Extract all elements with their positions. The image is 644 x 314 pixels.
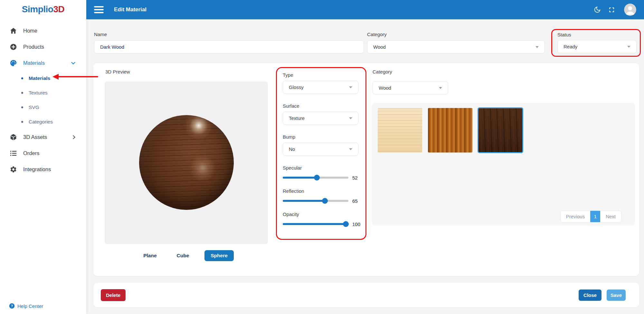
chevron-down-icon — [627, 46, 630, 48]
status-select[interactable]: Ready — [557, 40, 637, 53]
bullet-icon — [21, 92, 23, 94]
chevron-down-icon — [349, 86, 352, 88]
annotation-arrow-line — [58, 76, 98, 77]
pagination-previous-button[interactable]: Previous — [561, 211, 590, 222]
bullet-icon — [21, 121, 23, 123]
delete-button[interactable]: Delete — [101, 289, 126, 301]
action-bar: Delete Close Save — [93, 283, 639, 307]
chevron-down-icon — [71, 60, 75, 64]
opacity-slider: 100 — [283, 221, 363, 227]
type-select[interactable]: Glossy — [283, 81, 358, 94]
cube-icon — [10, 133, 17, 141]
sidebar-item-label: Home — [23, 28, 37, 34]
list-icon — [10, 150, 17, 157]
chevron-down-icon — [439, 87, 442, 89]
texture-swatch-light-wood[interactable] — [378, 108, 422, 152]
dark-mode-toggle[interactable] — [593, 5, 601, 14]
sidebar-item-label: 3D Assets — [23, 134, 47, 140]
save-button[interactable]: Save — [607, 289, 626, 301]
opacity-label: Opacity — [283, 211, 363, 217]
texture-category-value: Wood — [379, 85, 391, 91]
sidebar-nav: Home Products Materials Materials Textur… — [0, 19, 86, 177]
pagination-page-1-button[interactable]: 1 — [590, 211, 600, 222]
reflection-slider: 65 — [283, 198, 363, 204]
home-icon — [10, 27, 17, 34]
svg-text:?: ? — [11, 304, 13, 308]
bullet-icon — [21, 77, 23, 79]
user-avatar[interactable] — [624, 4, 636, 16]
sidebar-subitem-svg[interactable]: SVG — [0, 100, 86, 114]
slider-track[interactable] — [283, 200, 348, 202]
slider-track[interactable] — [283, 223, 348, 225]
texture-swatch-row — [378, 108, 523, 152]
main-content: Name Category Wood Status Ready 3D Previ… — [86, 19, 644, 314]
texture-swatch-honey-wood[interactable] — [428, 108, 472, 152]
shape-plane-button[interactable]: Plane — [139, 250, 161, 261]
fullscreen-icon — [609, 7, 615, 13]
slider-thumb[interactable] — [314, 175, 320, 181]
category-select[interactable]: Wood — [367, 40, 545, 54]
sidebar-subitem-label: SVG — [29, 104, 39, 110]
menu-toggle-button[interactable] — [94, 6, 104, 13]
slider-fill — [283, 200, 328, 202]
slider-thumb[interactable] — [343, 221, 349, 227]
bump-select-value: No — [289, 146, 295, 152]
slider-fill — [283, 223, 349, 225]
texture-pagination: Previous 1 Next — [560, 211, 621, 222]
bump-label: Bump — [283, 134, 363, 140]
sidebar-item-3d-assets[interactable]: 3D Assets — [0, 129, 86, 145]
sidebar-item-materials[interactable]: Materials — [0, 55, 86, 71]
moon-icon — [594, 6, 601, 13]
chevron-down-icon — [349, 148, 352, 150]
fullscreen-button[interactable] — [607, 5, 616, 14]
texture-gallery: Previous 1 Next — [372, 103, 635, 226]
sidebar-item-label: Products — [23, 44, 44, 50]
sidebar-subitem-textures[interactable]: Textures — [0, 85, 86, 100]
sidebar-item-label: Orders — [23, 150, 39, 156]
category-field-group: Category Wood — [367, 32, 545, 54]
sidebar-item-orders[interactable]: Orders — [0, 145, 86, 161]
bump-select[interactable]: No — [283, 142, 358, 156]
gear-icon — [10, 166, 17, 173]
opacity-value: 100 — [352, 221, 363, 227]
help-center-link[interactable]: ? Help Center — [9, 303, 43, 309]
type-select-value: Glossy — [289, 84, 304, 90]
texture-category-select[interactable]: Wood — [373, 81, 448, 94]
material-editor-card: 3D Preview Plane Cube Sphere Type Glossy… — [93, 63, 639, 276]
status-label: Status — [557, 32, 635, 37]
help-center-label: Help Center — [17, 303, 43, 309]
sidebar-item-integrations[interactable]: Integrations — [0, 161, 86, 177]
sidebar-subitem-label: Materials — [29, 75, 50, 81]
status-select-value: Ready — [564, 44, 577, 49]
surface-select[interactable]: Texture — [283, 112, 358, 125]
name-label: Name — [94, 32, 364, 37]
type-label: Type — [283, 72, 363, 78]
shape-sphere-button[interactable]: Sphere — [204, 250, 234, 261]
sidebar-subitem-categories[interactable]: Categories — [0, 114, 86, 129]
page-title: Edit Material — [114, 6, 147, 13]
category-select-value: Wood — [373, 44, 386, 50]
sidebar-item-products[interactable]: Products — [0, 39, 86, 55]
texture-swatch-dark-wood-selected[interactable] — [478, 107, 523, 153]
close-button[interactable]: Close — [579, 289, 601, 301]
specular-label: Specular — [283, 165, 363, 171]
preview-title: 3D Preview — [105, 69, 130, 74]
name-input[interactable] — [94, 40, 364, 54]
shape-cube-button[interactable]: Cube — [172, 250, 194, 261]
pagination-next-button[interactable]: Next — [600, 211, 621, 222]
palette-icon — [10, 59, 17, 67]
app-logo[interactable]: Simplio3D — [0, 0, 86, 19]
preview-sphere — [139, 115, 234, 210]
slider-thumb[interactable] — [322, 198, 328, 204]
slider-track[interactable] — [283, 177, 348, 179]
material-properties-annotation-highlight: Type Glossy Surface Texture Bump No Spec… — [276, 67, 366, 240]
sidebar-item-home[interactable]: Home — [0, 23, 86, 39]
sidebar: Simplio3D Home Products Materials Materi… — [0, 0, 86, 314]
3d-preview-viewport[interactable] — [105, 82, 268, 244]
surface-label: Surface — [283, 103, 363, 109]
plus-circle-icon — [10, 43, 17, 51]
sidebar-subitem-materials[interactable]: Materials — [0, 71, 86, 85]
specular-value: 52 — [352, 175, 363, 181]
annotation-arrow-head — [52, 74, 59, 80]
status-annotation-highlight: Status Ready — [551, 29, 641, 57]
